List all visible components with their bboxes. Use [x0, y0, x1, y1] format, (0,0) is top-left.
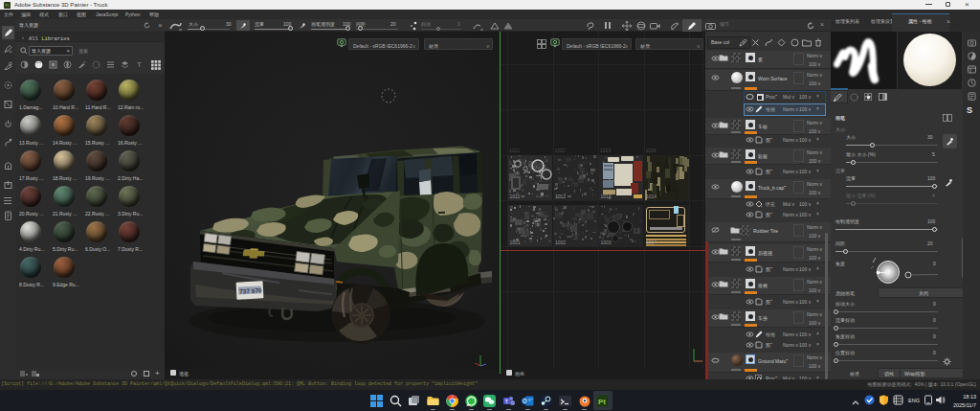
svg-text:Pt: Pt	[598, 398, 606, 406]
svg-text:T: T	[504, 398, 508, 403]
svg-text:737 970: 737 970	[239, 286, 262, 294]
